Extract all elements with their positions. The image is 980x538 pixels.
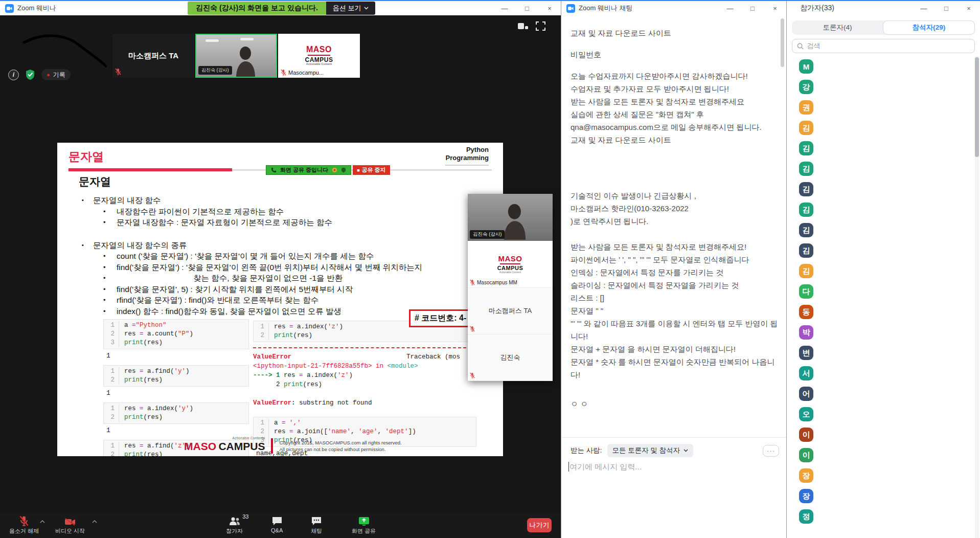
attendee-row[interactable]: 동	[787, 302, 974, 322]
slide-bullet: ▪ 문자열의 내장 함수의 종류	[82, 240, 496, 251]
slide-bullet: • find('찾을 문자열') : '찾을 문자열'이 왼쪽 끝(0번 위치)…	[82, 262, 496, 273]
viewing-banner: 김진숙 (강사)의 화면을 보고 있습니다. 옵션 보기	[188, 2, 375, 15]
close-button[interactable]: ×	[764, 1, 786, 15]
maximize-button[interactable]: □	[935, 1, 958, 15]
bullet-marker: ▪	[82, 240, 93, 251]
chat-window-title: Zoom 웨비나 채팅	[579, 4, 632, 13]
attendee-row[interactable]: 김	[787, 138, 974, 159]
minimize-button[interactable]: —	[913, 1, 935, 15]
avatar: 김	[799, 141, 813, 155]
attendee-row[interactable]: 강	[787, 77, 974, 97]
attendee-row[interactable]: 김	[787, 220, 974, 240]
chat-message: 문자열 + 문자열 을 하시면 문자열이 더해집니다!	[571, 343, 778, 355]
minimize-button[interactable]: —	[719, 1, 741, 15]
main-window-title: Zoom 웨비나	[17, 4, 56, 13]
video-area: 마소캠퍼스 TA 김진숙 (강사) MASO	[0, 15, 561, 512]
minimize-button[interactable]: —	[493, 1, 516, 15]
attendee-row[interactable]: 김	[787, 240, 974, 261]
participants-search[interactable]: 검색	[792, 39, 975, 53]
chevron-down-icon	[683, 449, 688, 452]
tab-panelists[interactable]: 토론자(4)	[792, 20, 883, 35]
maximize-button[interactable]: □	[516, 1, 538, 15]
attendee-row[interactable]: 변	[787, 343, 974, 363]
float-tile-ta[interactable]: 마소캠퍼스 TA	[468, 288, 553, 334]
code-output: 1	[106, 427, 249, 435]
attendee-row[interactable]: 이	[787, 424, 974, 445]
fullscreen-icon[interactable]	[536, 21, 545, 31]
qa-button[interactable]: Q&A	[271, 515, 283, 533]
attendee-row[interactable]: 오	[787, 404, 974, 424]
avatar: 동	[799, 305, 813, 319]
avatar: 오	[799, 407, 813, 421]
zoom-app-icon	[5, 4, 14, 13]
attendee-row[interactable]: 서	[787, 363, 974, 384]
chat-message-list: 교재 및 자료 다운로드 사이트 비밀번호 오늘 수업자료까지 다운받아주시면 …	[561, 15, 786, 437]
attendee-row[interactable]: 정	[787, 506, 974, 527]
floating-video-panel[interactable]: 김진숙 (강사) MASO CAMPUS Actionable Content …	[468, 194, 553, 381]
chat-more-button[interactable]: ···	[763, 445, 779, 457]
encryption-shield-icon[interactable]	[25, 69, 35, 80]
chevron-up-icon[interactable]	[92, 520, 97, 523]
attendee-row[interactable]: 권	[787, 97, 974, 118]
avatar: 다	[799, 284, 813, 299]
attendee-row[interactable]: 장	[787, 465, 974, 486]
chat-scrollbar[interactable]	[781, 18, 784, 67]
slide-heading: 문자열	[79, 174, 111, 189]
float-tile-masocampus[interactable]: MASO CAMPUS Actionable Content Masocampu…	[468, 241, 553, 288]
attendee-row[interactable]: 장	[787, 486, 974, 506]
chat-message: 교재 및 자료 다운로드 사이트	[571, 27, 778, 39]
chevron-up-icon[interactable]	[40, 520, 45, 523]
participants-scrollbar-thumb[interactable]	[975, 57, 979, 157]
attendee-row[interactable]: 김	[787, 159, 974, 179]
ceiling-light	[240, 38, 254, 40]
gallery-view-icon[interactable]	[517, 21, 529, 31]
attendee-row[interactable]: 어	[787, 384, 974, 404]
chat-message-input[interactable]	[569, 462, 778, 471]
leave-button[interactable]: 나가기	[527, 518, 552, 532]
video-tile-masocampus-ta[interactable]: 마소캠퍼스 TA	[112, 34, 194, 78]
chat-message: 문자열 " "	[571, 304, 778, 317]
participants-title: 참가자(33)	[800, 4, 834, 13]
maximize-button[interactable]: □	[741, 1, 764, 15]
chat-message: 마소캠퍼스 핫라인(010-3263-2022	[571, 202, 778, 215]
start-video-button[interactable]: 비디오 시작	[55, 515, 85, 535]
code-column-right: 1res = a.index('z')2print(res)ValueError…	[253, 321, 476, 456]
code-output: 1	[106, 352, 249, 360]
avatar: 김	[799, 223, 813, 237]
zoom-app-icon	[566, 4, 575, 13]
chat-button[interactable]: 채팅	[311, 515, 322, 535]
chat-message: 받는 사람을 모든 토론자 및 참석자로 변경해주세요	[571, 95, 778, 108]
unmute-button[interactable]: 음소거 해제	[9, 515, 39, 535]
footer-logo-bar	[271, 438, 273, 454]
video-tile-active-speaker[interactable]: 김진숙 (강사)	[195, 34, 277, 78]
text-caret	[568, 462, 569, 472]
footer-logo: Actionable Contents MASO CAMPUS	[184, 441, 265, 452]
chat-message: 파이썬에서는 ' ', " ", ''' ''' 모두 문자열로 인식해줍니다	[571, 253, 778, 266]
recipient-label: 받는 사람:	[571, 446, 602, 455]
view-options-button[interactable]: 옵션 보기	[326, 2, 376, 15]
attendee-row[interactable]: 다	[787, 281, 974, 302]
participants-button[interactable]: 33 참가자	[226, 515, 243, 535]
attendee-row[interactable]: 박	[787, 322, 974, 343]
attendee-row[interactable]: 이	[787, 445, 974, 465]
stop-share-button[interactable]: ■ 공유 중지	[353, 165, 390, 175]
avatar: M	[799, 59, 813, 74]
chat-message: 리스트 : []	[571, 292, 778, 304]
close-button[interactable]: ×	[538, 1, 561, 15]
attendee-row[interactable]: 김	[787, 179, 974, 199]
attendee-row[interactable]: 김	[787, 199, 974, 220]
video-tile-masocampus[interactable]: MASO CAMPUS Actionable Content Masocampu…	[278, 34, 360, 78]
attendee-row[interactable]: M	[787, 56, 974, 77]
mic-muted-icon	[281, 69, 286, 76]
attendee-row[interactable]: 김	[787, 261, 974, 281]
close-button[interactable]: ×	[958, 1, 980, 15]
camera-muted-icon	[64, 518, 76, 526]
tab-attendees[interactable]: 참석자(29)	[883, 20, 975, 35]
float-tile-jinsook[interactable]: 김진숙	[468, 334, 553, 381]
info-icon[interactable]: i	[8, 70, 19, 80]
recipient-selector[interactable]: 모든 토론자 및 참석자	[607, 444, 694, 457]
float-speaker-name: 김진숙 (강사)	[470, 230, 505, 239]
share-screen-button[interactable]: 화면 공유	[352, 515, 376, 535]
float-tile-speaker[interactable]: 김진숙 (강사)	[468, 194, 553, 241]
attendee-row[interactable]: 김	[787, 118, 974, 138]
